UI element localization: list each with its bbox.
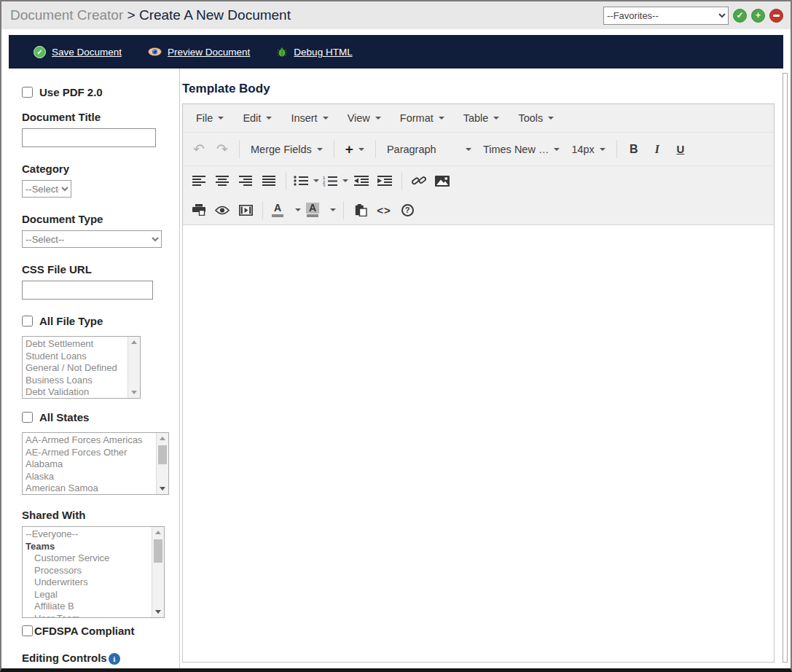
background-color-picker-arrow[interactable] xyxy=(322,198,338,222)
category-label: Category xyxy=(22,163,179,175)
list-group-label[interactable]: Teams xyxy=(26,541,152,553)
bold-icon[interactable]: B xyxy=(622,138,646,161)
scroll-down-icon[interactable] xyxy=(152,606,164,617)
list-item[interactable]: Legal xyxy=(26,589,152,601)
text-color-picker-arrow[interactable] xyxy=(287,198,303,222)
list-item[interactable]: Alabama xyxy=(26,458,156,471)
cfdspa-row: CFDSPA Compliant xyxy=(22,625,179,637)
align-center-icon[interactable] xyxy=(211,169,234,192)
scroll-up-icon[interactable] xyxy=(128,337,140,348)
font-family-dropdown[interactable]: Times New … xyxy=(477,138,566,161)
category-select[interactable]: --Select-- xyxy=(22,180,71,198)
scroll-up-icon[interactable] xyxy=(157,433,168,444)
menu-format[interactable]: Format xyxy=(391,104,454,132)
favorites-remove-button[interactable] xyxy=(769,9,783,23)
editor-content-area[interactable] xyxy=(183,225,774,662)
scrollbar-thumb[interactable] xyxy=(154,539,162,563)
list-item[interactable]: AE-Armed Forces Other xyxy=(26,447,156,459)
undo-icon[interactable]: ↶ xyxy=(187,138,211,161)
text-color-icon[interactable]: A xyxy=(268,198,287,222)
list-item[interactable]: User Team xyxy=(26,613,152,618)
breadcrumb-parent: Document Creator xyxy=(10,7,123,23)
menu-edit[interactable]: Edit xyxy=(233,104,281,132)
list-item[interactable]: American Samoa xyxy=(26,482,156,494)
all-states-checkbox[interactable] xyxy=(22,412,33,423)
list-item[interactable]: Business Loans xyxy=(26,375,128,387)
menu-file[interactable]: File xyxy=(187,104,233,132)
shared-with-listbox[interactable]: --Everyone-- Teams Customer Service Proc… xyxy=(22,526,165,618)
merge-fields-dropdown[interactable]: Merge Fields xyxy=(245,138,329,161)
page-scrollbar[interactable] xyxy=(783,73,788,663)
paste-icon[interactable] xyxy=(349,198,372,222)
list-item[interactable]: Student Loans xyxy=(26,351,128,363)
scroll-up-icon[interactable] xyxy=(152,527,164,538)
outdent-icon[interactable] xyxy=(350,169,373,192)
file-type-listbox[interactable]: Debt Settlement Student Loans General / … xyxy=(22,336,141,399)
states-listbox[interactable]: AA-Armed Forces Americas AE-Armed Forces… xyxy=(22,432,169,495)
preview-icon[interactable] xyxy=(211,198,234,222)
list-item[interactable]: Debt Validation xyxy=(26,386,128,398)
source-code-icon[interactable]: <> xyxy=(372,198,396,222)
shared-with-scrollbar[interactable] xyxy=(152,527,164,617)
block-format-dropdown[interactable]: Paragraph xyxy=(381,138,477,161)
list-item[interactable]: --Everyone-- xyxy=(26,528,152,541)
all-file-type-checkbox[interactable] xyxy=(22,316,33,327)
color-swatch xyxy=(307,214,318,217)
list-item[interactable]: General / Not Defined xyxy=(26,362,128,375)
preview-document-link[interactable]: Preview Document xyxy=(148,47,250,58)
list-item[interactable]: Processors xyxy=(26,565,152,577)
list-item[interactable]: AA-Armed Forces Americas xyxy=(26,434,156,447)
align-justify-icon[interactable] xyxy=(257,169,281,192)
info-icon[interactable]: i xyxy=(109,653,120,665)
chevron-down-icon xyxy=(317,148,323,151)
template-body-title: Template Body xyxy=(182,82,775,96)
background-color-icon[interactable]: A xyxy=(303,198,322,222)
menu-tools[interactable]: Tools xyxy=(509,104,563,132)
scrollbar-thumb[interactable] xyxy=(158,445,167,464)
favorites-apply-button[interactable]: ✓ xyxy=(733,9,747,23)
chevron-down-icon xyxy=(439,117,444,120)
insert-image-icon[interactable] xyxy=(431,169,454,192)
insert-plus-dropdown[interactable]: + xyxy=(340,138,370,161)
favorites-controls: --Favorites-- ✓ + xyxy=(603,7,783,25)
favorites-add-button[interactable]: + xyxy=(751,9,765,23)
plus-icon: + xyxy=(756,11,761,20)
top-header: Document Creator > Create A New Document… xyxy=(1,1,791,29)
print-icon[interactable] xyxy=(187,198,211,222)
list-item[interactable]: Underwriters xyxy=(26,577,152,589)
align-right-icon[interactable] xyxy=(234,169,257,192)
minus-icon xyxy=(773,15,780,17)
list-item[interactable]: Customer Service xyxy=(26,552,152,565)
file-type-scrollbar[interactable] xyxy=(128,337,140,398)
states-scrollbar[interactable] xyxy=(156,433,168,494)
scroll-down-icon[interactable] xyxy=(128,387,140,398)
italic-icon[interactable]: I xyxy=(646,138,669,161)
use-pdf-checkbox[interactable] xyxy=(22,87,33,98)
cfdspa-checkbox[interactable] xyxy=(22,625,33,636)
list-item[interactable]: Affiliate B xyxy=(26,601,152,613)
redo-icon[interactable]: ↷ xyxy=(211,138,234,161)
list-item[interactable]: Alaska xyxy=(26,471,156,483)
css-file-url-input[interactable] xyxy=(22,281,153,300)
scroll-down-icon[interactable] xyxy=(157,483,168,494)
help-icon[interactable]: ? xyxy=(396,198,419,222)
menu-insert[interactable]: Insert xyxy=(281,104,337,132)
menu-table[interactable]: Table xyxy=(454,104,509,132)
underline-icon[interactable]: U xyxy=(669,138,692,161)
font-size-dropdown[interactable]: 14px xyxy=(565,138,611,161)
insert-link-icon[interactable] xyxy=(407,169,431,192)
menu-view[interactable]: View xyxy=(338,104,391,132)
document-title-input[interactable] xyxy=(22,128,156,147)
indent-icon[interactable] xyxy=(373,169,396,192)
numbered-list-icon[interactable]: 123 xyxy=(321,169,350,192)
save-document-link[interactable]: ✓ Save Document xyxy=(34,46,122,58)
favorites-select[interactable]: --Favorites-- xyxy=(603,7,729,25)
align-left-icon[interactable] xyxy=(187,169,211,192)
document-type-select[interactable]: --Select-- xyxy=(22,230,162,248)
list-item[interactable]: Debt Settlement xyxy=(26,338,128,351)
insert-media-icon[interactable] xyxy=(234,198,257,222)
bullet-list-icon[interactable] xyxy=(291,169,321,192)
debug-html-link[interactable]: Debug HTML xyxy=(276,47,352,58)
states-options: AA-Armed Forces Americas AE-Armed Forces… xyxy=(23,433,156,494)
toolbar-row-2: 123 xyxy=(183,166,774,195)
